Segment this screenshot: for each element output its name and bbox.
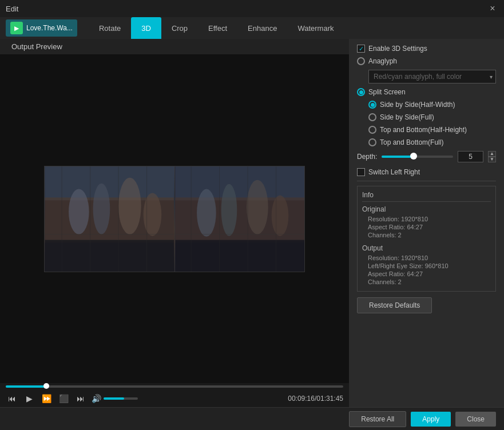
time-display: 00:09:16/01:31:45 <box>288 395 343 403</box>
volume-icon: 🔊 <box>92 394 101 403</box>
controls-row: ⏮ ▶ ⏩ ⬛ ⏭ 🔊 00:09:16/01:31:45 <box>0 390 349 407</box>
depth-slider-thumb[interactable] <box>410 153 417 160</box>
volume-control[interactable]: 🔊 <box>92 394 138 403</box>
svg-point-5 <box>93 183 110 234</box>
output-channels: Channels: 2 <box>368 278 491 285</box>
progress-bar-track[interactable] <box>6 385 343 388</box>
file-icon: ▶ <box>10 22 23 34</box>
split-screen-row: Split Screen <box>357 88 496 96</box>
video-preview-area <box>0 162 349 276</box>
depth-input[interactable] <box>458 151 483 162</box>
sbs-full-label: Side by Side(Full) <box>380 113 434 121</box>
info-section: Info Original Resolution: 1920*810 Aspec… <box>357 186 496 292</box>
right-panel: Enable 3D Settings Anaglyph Red/cyan ana… <box>349 39 504 407</box>
skip-back-button[interactable]: ⏮ <box>6 392 18 405</box>
depth-down-button[interactable]: ▼ <box>488 157 496 162</box>
switch-left-right-row: Switch Left Right <box>357 168 496 176</box>
output-eye-size: Left/Right Eye Size: 960*810 <box>368 262 491 269</box>
close-button[interactable]: Close <box>455 412 496 427</box>
depth-slider-fill <box>382 156 414 158</box>
svg-point-18 <box>221 184 237 236</box>
restore-all-button[interactable]: Restore All <box>349 411 406 427</box>
svg-point-19 <box>247 180 268 234</box>
apply-button[interactable]: Apply <box>411 412 451 427</box>
file-name: Love.The.Wa... <box>26 24 73 32</box>
video-right-half <box>175 166 305 272</box>
sbs-half-row: Side by Side(Half-Width) <box>368 101 496 109</box>
original-channels: Channels: 2 <box>368 232 491 238</box>
tb-full-radio[interactable] <box>368 138 376 146</box>
tab-enhance[interactable]: Enhance <box>237 17 287 39</box>
svg-rect-16 <box>175 240 304 271</box>
next-button[interactable]: ⏭ <box>74 392 87 405</box>
file-tab[interactable]: ▶ Love.The.Wa... <box>6 19 77 37</box>
anaglyph-dropdown[interactable]: Red/cyan anaglyph, full colorRed/cyan an… <box>368 70 496 83</box>
stop-button[interactable]: ⬛ <box>57 392 70 405</box>
video-panel: Output Preview <box>0 39 349 407</box>
output-aspect: Aspect Ratio: 64:27 <box>368 270 491 277</box>
split-screen-label: Split Screen <box>368 88 406 96</box>
bottom-bar: Restore All Apply Close <box>0 407 504 430</box>
tabs-row: ▶ Love.The.Wa... Rotate 3D Crop Effect E… <box>0 17 504 39</box>
tab-rotate[interactable]: Rotate <box>89 17 131 39</box>
tab-3d[interactable]: 3D <box>131 17 161 39</box>
progress-bar-thumb[interactable] <box>43 383 49 389</box>
depth-up-button[interactable]: ▲ <box>488 151 496 157</box>
anaglyph-dropdown-wrapper[interactable]: Red/cyan anaglyph, full colorRed/cyan an… <box>368 70 496 83</box>
svg-point-4 <box>69 189 89 234</box>
svg-rect-14 <box>175 166 304 200</box>
restore-defaults-wrapper: Restore Defaults <box>357 297 496 313</box>
tab-effect[interactable]: Effect <box>198 17 237 39</box>
original-resolution: Resolution: 1920*810 <box>368 216 491 222</box>
svg-point-20 <box>271 195 288 236</box>
bottom-black-area <box>0 276 349 384</box>
svg-point-17 <box>197 189 216 236</box>
anaglyph-row: Anaglyph <box>357 57 496 65</box>
tab-watermark[interactable]: Watermark <box>287 17 344 39</box>
output-title: Output <box>362 244 491 252</box>
video-left-svg <box>45 166 174 272</box>
play-button[interactable]: ▶ <box>23 392 35 405</box>
tb-half-label: Top and Bottom(Half-Height) <box>380 126 467 134</box>
anaglyph-label: Anaglyph <box>368 57 397 65</box>
sbs-full-radio[interactable] <box>368 113 376 121</box>
original-title: Original <box>362 205 491 213</box>
depth-row: Depth: ▲ ▼ <box>357 151 496 162</box>
svg-point-6 <box>118 177 141 234</box>
title-bar: Edit × <box>0 0 504 17</box>
split-sub-options: Side by Side(Half-Width) Side by Side(Fu… <box>368 101 496 146</box>
sbs-half-radio[interactable] <box>368 101 376 109</box>
sbs-half-label: Side by Side(Half-Width) <box>380 101 455 109</box>
sbs-full-row: Side by Side(Full) <box>368 113 496 121</box>
split-video-frame <box>44 166 305 272</box>
tb-full-label: Top and Bottom(Full) <box>380 138 443 146</box>
split-screen-radio[interactable] <box>357 88 365 96</box>
depth-label: Depth: <box>357 153 377 161</box>
volume-track[interactable] <box>104 397 138 400</box>
close-window-button[interactable]: × <box>487 3 498 14</box>
svg-rect-3 <box>45 240 174 271</box>
tb-half-radio[interactable] <box>368 126 376 134</box>
anaglyph-radio[interactable] <box>357 57 365 65</box>
progress-bar-fill <box>6 385 46 388</box>
output-preview-label: Output Preview <box>6 39 68 54</box>
fast-forward-button[interactable]: ⏩ <box>40 392 53 405</box>
progress-bar-container[interactable] <box>0 383 349 390</box>
enable-3d-label: Enable 3D Settings <box>368 45 427 53</box>
switch-left-right-checkbox[interactable] <box>357 168 365 176</box>
tab-crop[interactable]: Crop <box>161 17 198 39</box>
output-resolution: Resolution: 1920*810 <box>368 254 491 261</box>
depth-slider-track[interactable] <box>382 156 453 158</box>
window-title: Edit <box>6 5 18 13</box>
restore-defaults-button[interactable]: Restore Defaults <box>357 297 432 313</box>
info-header: Info <box>362 191 491 202</box>
main-content: Output Preview <box>0 39 504 407</box>
volume-fill <box>104 397 124 400</box>
switch-left-right-label: Switch Left Right <box>368 168 420 176</box>
divider <box>357 181 496 181</box>
preview-label-bar: Output Preview <box>0 39 349 54</box>
enable-3d-checkbox[interactable] <box>357 45 365 53</box>
svg-point-7 <box>144 193 162 236</box>
enable-3d-row: Enable 3D Settings <box>357 45 496 53</box>
video-right-svg <box>175 166 305 272</box>
